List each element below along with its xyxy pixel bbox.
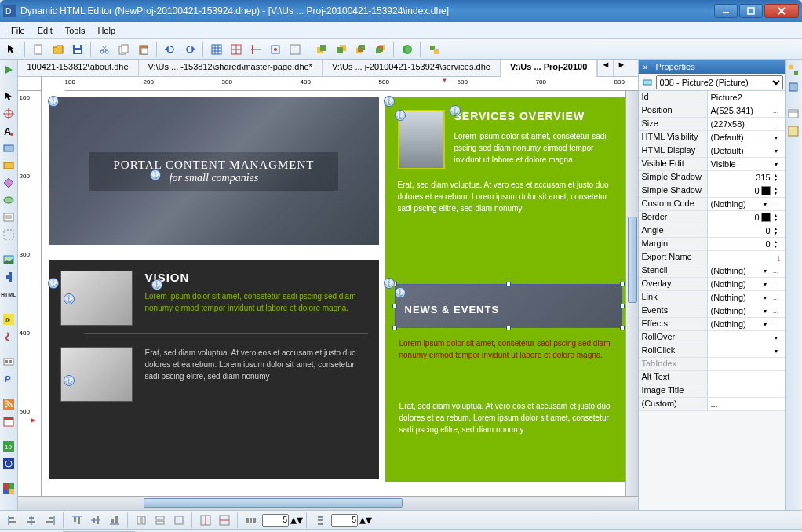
anchor-icon[interactable]: ⚓: [64, 293, 75, 304]
property-row[interactable]: Effects(Nothing)▾...: [639, 318, 785, 331]
snap-grid-button[interactable]: [228, 41, 245, 58]
properties-header[interactable]: » Properties: [639, 60, 785, 74]
run-icon[interactable]: [2, 63, 16, 77]
target-tool[interactable]: [2, 107, 16, 121]
property-value[interactable]: 0▴▾: [708, 238, 785, 250]
news-red-text[interactable]: Lorem ipsum dolor sit amet, consetetur s…: [399, 337, 611, 361]
bring-front-button[interactable]: [352, 41, 370, 58]
container-tool[interactable]: [2, 228, 16, 242]
tab-scroll-right[interactable]: ►: [613, 60, 629, 76]
property-row[interactable]: Margin0▴▾: [639, 238, 785, 251]
color-swatch[interactable]: [761, 213, 771, 222]
property-value[interactable]: Visible▾: [708, 158, 785, 170]
property-row[interactable]: TabIndex: [639, 358, 785, 371]
align-right-button[interactable]: [42, 513, 58, 527]
resize-handle-ne[interactable]: [620, 282, 625, 286]
more-button[interactable]: ...: [771, 200, 782, 208]
property-row[interactable]: Alt Text: [639, 371, 785, 384]
tab-services[interactable]: V:\Us ... j-20100421-153924\services.dhe: [323, 60, 501, 76]
export-button[interactable]: [425, 41, 443, 58]
property-value[interactable]: (Nothing)▾...: [708, 318, 785, 330]
dropdown-icon[interactable]: ▾: [760, 268, 771, 275]
property-value[interactable]: [708, 371, 785, 384]
property-row[interactable]: IdPicture2: [639, 91, 785, 104]
property-row[interactable]: HTML Visibility(Default)▾: [639, 131, 785, 144]
property-value[interactable]: (Nothing)▾...: [708, 291, 785, 304]
panel-toggle-3[interactable]: [786, 107, 800, 121]
resize-handle-s[interactable]: [506, 326, 511, 330]
panel-toggle-1[interactable]: [786, 63, 800, 77]
anchor-icon[interactable]: ⚓: [48, 96, 59, 107]
select-tool[interactable]: [2, 89, 16, 104]
more-button[interactable]: ...: [771, 293, 782, 301]
property-row[interactable]: Stencil(Nothing)▾...: [639, 264, 785, 278]
dropdown-icon[interactable]: ▾: [771, 161, 782, 168]
property-row[interactable]: Size(227x58)...: [639, 118, 785, 131]
menu-edit[interactable]: Edit: [31, 24, 59, 37]
paypal-tool[interactable]: P: [2, 372, 16, 386]
property-value[interactable]: ▾: [708, 331, 785, 344]
object-select[interactable]: 008 - Picture2 (Picture): [656, 75, 783, 89]
property-row[interactable]: Link(Nothing)▾...: [639, 291, 785, 304]
dropdown-icon[interactable]: ▾: [760, 294, 771, 301]
anchor-icon[interactable]: ⚓: [450, 105, 461, 116]
open-button[interactable]: [49, 41, 67, 58]
property-row[interactable]: PositionA(525,341)...: [639, 104, 785, 118]
property-row[interactable]: Simple Shadow0▴▾: [639, 184, 785, 198]
property-value[interactable]: (Nothing)▾...: [708, 198, 785, 210]
vertical-ruler[interactable]: 100 200 300 400 500 ▶: [18, 91, 42, 496]
asp-tool[interactable]: @: [2, 312, 16, 326]
object-prev-button[interactable]: [640, 75, 654, 89]
same-width-button[interactable]: [133, 513, 149, 527]
hero-image-block[interactable]: PORTAL CONTENT MANAGMENT for small compa…: [49, 97, 379, 245]
h-spin[interactable]: ▴▾: [292, 513, 301, 527]
property-value[interactable]: 0▴▾: [708, 184, 785, 197]
property-row[interactable]: RollOver▾: [639, 331, 785, 344]
snap-guide-button[interactable]: [247, 41, 264, 58]
property-value[interactable]: [708, 358, 785, 370]
property-value[interactable]: (Nothing)▾...: [708, 304, 785, 317]
dropdown-icon[interactable]: ▾: [760, 321, 771, 328]
align-bottom-button[interactable]: [107, 513, 122, 527]
tab-master[interactable]: V:\Us ... -153812\shared\master-page.dhe…: [139, 60, 323, 76]
anchor-icon[interactable]: ⚓: [395, 287, 406, 298]
property-value[interactable]: 0▴▾: [708, 224, 785, 237]
form-tool[interactable]: [2, 210, 16, 224]
minimize-button[interactable]: [714, 4, 738, 18]
design-canvas[interactable]: PORTAL CONTENT MANAGMENT for small compa…: [42, 91, 638, 496]
slideshow-tool[interactable]: [2, 355, 16, 369]
resize-handle-e[interactable]: [620, 304, 625, 308]
news-after-text[interactable]: Erat, sed diam voluptua. At vero eos et …: [399, 400, 611, 435]
align-top-button[interactable]: [69, 513, 85, 527]
bring-forward-button[interactable]: [313, 41, 330, 58]
distribute-h-button[interactable]: [243, 513, 259, 527]
property-row[interactable]: Simple Shadow315▴▾: [639, 171, 785, 184]
property-row[interactable]: Image Title: [639, 384, 785, 398]
preview-button[interactable]: [399, 41, 416, 58]
dropdown-icon[interactable]: ▾: [771, 148, 782, 155]
property-value[interactable]: (227x58)...: [708, 118, 785, 130]
distribute-v-input[interactable]: [331, 514, 358, 527]
resize-handle-w[interactable]: [392, 304, 397, 308]
send-backward-button[interactable]: [333, 41, 350, 58]
more-button[interactable]: ...: [771, 320, 782, 328]
calendar-tool[interactable]: [2, 414, 16, 428]
anchor-icon[interactable]: ⚓: [150, 169, 161, 180]
property-row[interactable]: HTML Display(Default)▾: [639, 144, 785, 158]
send-back-button[interactable]: [372, 41, 389, 58]
property-value[interactable]: ▾: [708, 344, 785, 357]
property-row[interactable]: Border0▴▾: [639, 211, 785, 224]
property-value[interactable]: A(525,341)...: [708, 104, 785, 117]
align-left-button[interactable]: [5, 513, 20, 527]
property-value[interactable]: [708, 384, 785, 397]
anchor-icon[interactable]: ⚓: [64, 375, 75, 386]
dropdown-icon[interactable]: ▾: [760, 201, 771, 208]
maximize-button[interactable]: [739, 4, 763, 18]
image-tool[interactable]: [2, 253, 16, 267]
center-page-h-button[interactable]: [198, 513, 213, 527]
new-button[interactable]: [30, 41, 47, 58]
property-row[interactable]: Events(Nothing)▾...: [639, 304, 785, 318]
rss-tool[interactable]: [2, 397, 16, 411]
paste-button[interactable]: [135, 41, 152, 58]
resize-handle-n[interactable]: [506, 282, 511, 286]
